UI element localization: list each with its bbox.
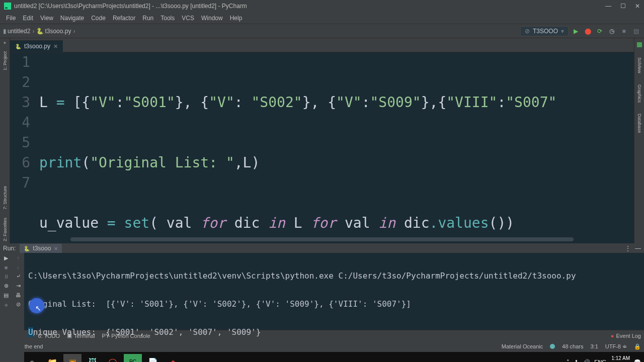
scroll-end-icon[interactable]: ⇥ [16, 283, 21, 289]
menu-vcs[interactable]: VCS [179, 14, 197, 23]
run-config-name: T3SOOO [533, 28, 558, 35]
gear-icon[interactable]: ⋮ [625, 245, 631, 252]
python-icon: 🐍 [24, 246, 30, 251]
sidebar-tab-graphics[interactable]: Graphics [637, 83, 642, 104]
title-bar: untitled2 [C:\Users\t3so\PycharmProjects… [0, 0, 644, 12]
maximize-button[interactable]: ☐ [620, 3, 626, 10]
sidebar-tab-database[interactable]: Database [637, 113, 642, 134]
tab-close-icon[interactable]: ✕ [53, 43, 58, 50]
line-number: 7 [10, 173, 30, 193]
menu-navigate[interactable]: Navigate [57, 14, 87, 23]
search-button[interactable]: ▤ [631, 26, 641, 36]
run-output[interactable]: C:\Users\t3so\PycharmProjects\untitled2\… [24, 253, 644, 362]
run-tab[interactable]: 🐍 t3sooo ✕ [20, 244, 62, 253]
run-panel-label: Run: [3, 245, 16, 252]
breadcrumb-file[interactable]: t3sooo.py [45, 28, 71, 35]
print-icon[interactable]: 🖶 [16, 292, 21, 298]
run-panel: Run: 🐍 t3sooo ✕ ⋮ — ▶ ■ ⏸ ⊗ ▤ ⟐ ↑ ↓ ⤶ ⇥ … [0, 243, 644, 330]
layout-icon[interactable]: ▤ [4, 292, 9, 299]
main-area: ● 1: Project 7: Structure 2: Favorites 🐍… [0, 38, 644, 243]
line-number: 4 [10, 113, 30, 133]
nav-bar: ▮ untitled2 › 🐍 t3sooo.py › ⊘ T3SOOO ▾ ▶… [0, 24, 644, 38]
stop-icon[interactable]: ■ [5, 264, 8, 270]
pin-icon[interactable]: ⟐ [5, 302, 8, 308]
clear-icon[interactable]: ⊘ [16, 301, 21, 308]
chevron-right-icon: › [32, 28, 34, 35]
menu-help[interactable]: Help [227, 14, 246, 23]
breadcrumb: ▮ untitled2 › 🐍 t3sooo.py › [3, 28, 76, 35]
editor-tabs: 🐍 t3sooo.py ✕ [10, 38, 634, 52]
left-tool-strip: ● 1: Project 7: Structure 2: Favorites [0, 38, 10, 243]
menu-edit[interactable]: Edit [20, 14, 36, 23]
menu-code[interactable]: Code [88, 14, 109, 23]
python-file-icon: 🐍 [36, 28, 44, 35]
run-tab-label: t3sooo [33, 245, 51, 252]
code-content: L = [{"V":"S001"}, {"V": "S002"}, {"V":"… [35, 52, 634, 243]
menu-window[interactable]: Window [198, 14, 226, 23]
output-line: Original List: [{'V': 'S001'}, {'V': 'S0… [28, 297, 640, 311]
right-tool-strip: SciView Graphics Database [634, 38, 644, 243]
rerun-icon[interactable]: ▶ [4, 255, 8, 261]
menu-refactor[interactable]: Refactor [110, 14, 138, 23]
menu-view[interactable]: View [37, 14, 56, 23]
down-icon[interactable]: ↓ [17, 264, 20, 270]
exit-icon[interactable]: ⊗ [4, 283, 9, 289]
run-panel-header: Run: 🐍 t3sooo ✕ ⋮ — [0, 244, 644, 253]
horizontal-scrollbar[interactable] [70, 237, 574, 241]
menu-run[interactable]: Run [139, 14, 156, 23]
coverage-button[interactable]: ⟳ [595, 26, 605, 36]
sidebar-tab-favorites[interactable]: 2: Favorites [3, 216, 8, 243]
run-config-selector[interactable]: ⊘ T3SOOO ▾ [520, 26, 569, 36]
run-toolbar-left: ▶ ■ ⏸ ⊗ ▤ ⟐ [0, 253, 12, 362]
menu-tools[interactable]: Tools [157, 14, 178, 23]
dot-icon: ● [4, 40, 6, 45]
tab-file[interactable]: 🐍 t3sooo.py ✕ [10, 40, 63, 52]
chevron-down-icon: ▾ [561, 28, 564, 35]
line-number: 6 [10, 153, 30, 173]
menu-file[interactable]: File [3, 14, 19, 23]
folder-icon: ▮ [3, 28, 7, 35]
run-toolbar-left2: ↑ ↓ ⤶ ⇥ 🖶 ⊘ [12, 253, 24, 362]
sidebar-tab-sciview[interactable]: SciView [637, 56, 642, 74]
svg-rect-1 [5, 8, 8, 9]
line-number: 3 [10, 93, 30, 113]
run-button[interactable]: ▶ [571, 26, 581, 36]
python-file-icon: 🐍 [15, 44, 21, 49]
sidebar-tab-structure[interactable]: 7: Structure [3, 184, 8, 212]
sidebar-tab-project[interactable]: 1: Project [3, 49, 8, 72]
line-number: 5 [10, 133, 30, 153]
stop-button[interactable]: ■ [619, 26, 629, 36]
breadcrumb-project[interactable]: untitled2 [8, 28, 30, 35]
code-editor[interactable]: 1 2 3 4 5 6 7 L = [{"V":"S001"}, {"V": "… [10, 52, 634, 243]
tab-label: t3sooo.py [24, 43, 50, 50]
up-icon[interactable]: ↑ [17, 255, 20, 261]
svg-rect-0 [4, 3, 11, 10]
line-number: 1 [10, 52, 30, 72]
window-title: untitled2 [C:\Users\t3so\PycharmProjects… [14, 3, 605, 10]
menu-bar: File Edit View Navigate Code Refactor Ru… [0, 12, 644, 24]
pycharm-icon [4, 3, 11, 10]
line-number: 2 [10, 72, 30, 93]
run-tab-close-icon[interactable]: ✕ [54, 246, 58, 251]
output-line: Unique Values: {'S001', 'S002', 'S007', … [28, 325, 640, 339]
profile-button[interactable]: ◷ [607, 26, 617, 36]
inspection-indicator[interactable] [637, 42, 642, 47]
close-button[interactable]: ✕ [635, 3, 640, 10]
line-gutter: 1 2 3 4 5 6 7 [10, 52, 35, 243]
softwrap-icon[interactable]: ⤶ [16, 273, 21, 280]
pause-icon[interactable]: ⏸ [4, 274, 9, 280]
chevron-right-icon: › [73, 28, 75, 35]
output-line: C:\Users\t3so\PycharmProjects\untitled2\… [28, 269, 640, 283]
hide-panel-icon[interactable]: — [635, 245, 641, 252]
debug-button[interactable]: ⬤ [583, 26, 593, 36]
minimize-button[interactable]: — [605, 3, 611, 10]
